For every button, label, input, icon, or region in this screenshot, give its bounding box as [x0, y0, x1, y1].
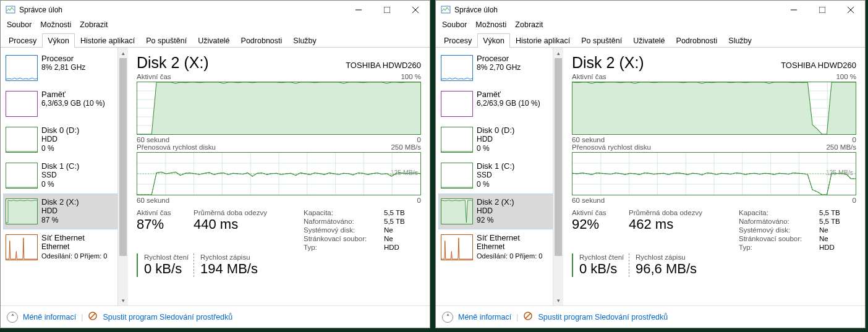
scroll-down-button[interactable]: ▾	[118, 295, 128, 305]
resmon-icon	[88, 311, 98, 323]
maximize-button[interactable]	[373, 1, 401, 19]
tab-podrobnosti[interactable]: Podrobnosti	[671, 33, 723, 48]
close-button[interactable]	[401, 1, 430, 19]
tab-služby[interactable]: Služby	[723, 33, 757, 48]
stat-resp-value: 440 ms	[194, 216, 280, 232]
disk-model: TOSHIBA HDWD260	[346, 61, 421, 70]
fewer-details-link[interactable]: Méně informací	[458, 313, 511, 321]
detail-label: Kapacita:	[739, 209, 819, 216]
tab-výkon[interactable]: Výkon	[42, 33, 75, 48]
resmon-link[interactable]: Spustit program Sledování prostředků	[538, 313, 668, 321]
stat-write-label: Rychlost zápisu	[636, 253, 715, 261]
sidebar-item-title: Disk 2 (X:)	[477, 197, 514, 206]
sidebar-item-disk-0-d-[interactable]: Disk 0 (D:) HDD 0 %	[438, 122, 555, 158]
sidebar-thumb	[6, 198, 38, 224]
details-table: Kapacita:5,5 TBNaformátováno:5,5 TBSysté…	[739, 209, 856, 251]
sidebar-item-title: Paměť	[41, 90, 105, 99]
detail-value: Ne	[384, 235, 421, 242]
menu-soubor[interactable]: Soubor	[442, 20, 467, 29]
sidebar-thumb	[6, 234, 38, 260]
detail-label: Naformátováno:	[739, 218, 819, 225]
task-manager-window: Správce úloh SouborMožnostiZobrazit Proc…	[435, 0, 866, 328]
sidebar-thumb	[6, 127, 38, 153]
menu-možnosti[interactable]: Možnosti	[475, 20, 506, 29]
scroll-thumb[interactable]	[119, 58, 127, 256]
tab-uživatelé[interactable]: Uživatelé	[192, 33, 235, 48]
sidebar-item-title: Disk 0 (D:)	[41, 126, 79, 135]
tab-procesy[interactable]: Procesy	[438, 33, 477, 48]
stat-read-value: 0 kB/s	[579, 261, 629, 277]
fewer-details-icon[interactable]: ˄	[7, 312, 18, 323]
sidebar-item-procesor[interactable]: Procesor 8% 2,70 GHz	[438, 50, 555, 86]
page-title: Disk 2 (X:)	[572, 54, 644, 72]
resmon-link[interactable]: Spustit program Sledování prostředků	[103, 313, 232, 321]
svg-marker-20	[137, 82, 420, 134]
sidebar-thumb	[441, 55, 473, 81]
sidebar-item-s-ethernet[interactable]: Síť Ethernet Ethernet Odesílání: 0 Příje…	[438, 229, 555, 265]
sidebar-item-line2: 6,3/63,9 GB (10 %)	[41, 99, 105, 108]
chart-active-time[interactable]	[572, 82, 856, 135]
svg-rect-2	[384, 7, 390, 13]
sidebar-item-line2: 8% 2,81 GHz	[41, 63, 85, 72]
scroll-down-button[interactable]: ▾	[553, 295, 563, 305]
chart-transfer-rate[interactable]: 125 MB/s	[137, 152, 421, 195]
tab-uživatelé[interactable]: Uživatelé	[628, 33, 670, 48]
menu-možnosti[interactable]: Možnosti	[40, 20, 71, 29]
detail-label: Naformátováno:	[304, 218, 384, 225]
sidebar-item-disk-2-x-[interactable]: Disk 2 (X:) HDD 87 %	[3, 194, 119, 229]
details-table: Kapacita:5,5 TBNaformátováno:5,5 TBSysté…	[304, 209, 421, 251]
sidebar-item-line2: SSD	[477, 171, 514, 180]
window-title: Správce úloh	[454, 6, 498, 14]
tab-služby[interactable]: Služby	[287, 33, 322, 48]
titlebar[interactable]: Správce úloh	[436, 1, 865, 19]
chart-active-time[interactable]	[137, 82, 421, 135]
tab-výkon[interactable]: Výkon	[477, 33, 510, 48]
sidebar-item-pam-[interactable]: Paměť 6,2/63,9 GB (10 %)	[438, 86, 555, 122]
sidebar-item-procesor[interactable]: Procesor 8% 2,81 GHz	[3, 50, 119, 86]
fewer-details-icon[interactable]: ˄	[442, 312, 453, 323]
scroll-up-button[interactable]: ▴	[118, 48, 128, 58]
sidebar-item-title: Síť Ethernet	[477, 233, 542, 242]
sidebar-thumb	[6, 163, 38, 189]
sidebar-item-line2: 8% 2,70 GHz	[477, 63, 521, 72]
tab-historie-aplikací[interactable]: Historie aplikací	[510, 33, 576, 48]
chart-transfer-rate[interactable]: 125 MB/s	[572, 152, 856, 195]
menu-zobrazit[interactable]: Zobrazit	[515, 20, 543, 29]
close-button[interactable]	[836, 1, 865, 19]
chart-axis-0: 0	[417, 136, 421, 143]
fewer-details-link[interactable]: Méně informací	[23, 313, 76, 321]
minimize-button[interactable]	[780, 1, 808, 19]
sidebar-item-disk-1-c-[interactable]: Disk 1 (C:) SSD 0 %	[3, 158, 119, 194]
tab-po-spuštění[interactable]: Po spuštění	[576, 33, 628, 48]
tab-podrobnosti[interactable]: Podrobnosti	[236, 33, 288, 48]
sidebar-item-s-ethernet[interactable]: Síť Ethernet Ethernet Odesílání: 0 Příje…	[3, 229, 119, 265]
scroll-up-button[interactable]: ▴	[553, 48, 563, 58]
chart-axis-60-b: 60 sekund	[137, 197, 169, 204]
stat-write-value: 194 MB/s	[200, 261, 280, 277]
sidebar-scrollbar[interactable]: ▴ ▾	[117, 48, 128, 305]
minimize-button[interactable]	[344, 1, 373, 19]
sidebar-item-disk-1-c-[interactable]: Disk 1 (C:) SSD 0 %	[438, 158, 555, 194]
tabbar: ProcesyVýkonHistorie aplikacíPo spuštění…	[1, 33, 430, 48]
footer: ˄ Méně informací | Spustit program Sledo…	[436, 305, 865, 328]
sidebar-item-disk-0-d-[interactable]: Disk 0 (D:) HDD 0 %	[3, 122, 119, 158]
sidebar-item-disk-2-x-[interactable]: Disk 2 (X:) HDD 92 %	[438, 194, 555, 229]
sidebar-item-pam-[interactable]: Paměť 6,3/63,9 GB (10 %)	[3, 86, 119, 122]
sidebar-item-line3: 0 %	[41, 180, 79, 189]
tab-po-spuštění[interactable]: Po spuštění	[140, 33, 192, 48]
svg-line-35	[90, 313, 95, 318]
tab-procesy[interactable]: Procesy	[3, 33, 42, 48]
detail-value: 5,5 TB	[384, 218, 421, 225]
stat-active-value: 87%	[137, 216, 194, 232]
maximize-button[interactable]	[808, 1, 836, 19]
sidebar-item-line3: 92 %	[477, 216, 514, 225]
titlebar[interactable]: Správce úloh	[1, 1, 430, 19]
sidebar-scrollbar[interactable]: ▴ ▾	[553, 48, 563, 305]
menu-zobrazit[interactable]: Zobrazit	[80, 20, 108, 29]
menubar: SouborMožnostiZobrazit	[1, 19, 430, 33]
sidebar-item-line3: 0 %	[477, 144, 514, 153]
scroll-thumb[interactable]	[555, 58, 562, 256]
tab-historie-aplikací[interactable]: Historie aplikací	[75, 33, 140, 48]
stat-read-value: 0 kB/s	[144, 261, 194, 277]
menu-soubor[interactable]: Soubor	[7, 20, 32, 29]
